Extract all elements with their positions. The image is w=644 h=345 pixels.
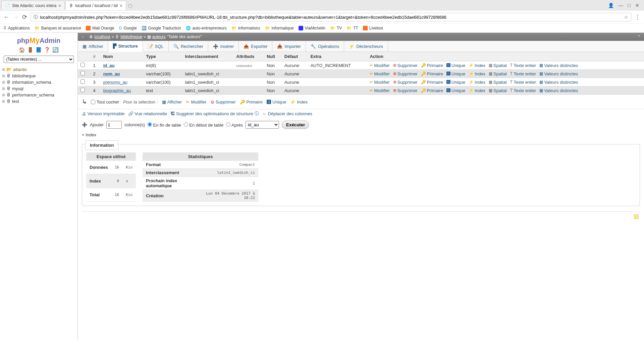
col-nom[interactable]: Nom bbox=[101, 52, 144, 61]
bulk-unique[interactable]: 🆄Unique bbox=[267, 99, 286, 105]
bulk-index[interactable]: ⚡Index bbox=[290, 99, 308, 105]
delete-link[interactable]: ⊖Supprimer bbox=[393, 88, 418, 93]
distinct-link[interactable]: ▦Valeurs distinctes bbox=[539, 80, 578, 85]
after-column-select[interactable]: id_au bbox=[246, 121, 279, 129]
reload-button[interactable]: ⟳ bbox=[22, 13, 27, 21]
browser-tab[interactable]: 🛢 localhost / localhost / bil × bbox=[65, 1, 126, 10]
back-button[interactable]: ← bbox=[3, 14, 9, 21]
bookmark-item[interactable]: 📁TT bbox=[346, 26, 358, 30]
star-icon[interactable]: ☆ bbox=[624, 15, 628, 20]
spatial-link[interactable]: ▦Spatial bbox=[489, 80, 507, 85]
bulk-delete[interactable]: ⊖Supprimer bbox=[211, 99, 236, 105]
reload-icon[interactable]: 🔄 bbox=[52, 47, 59, 53]
tab-rechercher[interactable]: 🔍Rechercher bbox=[169, 41, 208, 52]
docs-icon[interactable]: ❓ bbox=[44, 47, 50, 53]
column-name-link[interactable]: prenoms_au bbox=[103, 80, 127, 85]
logo[interactable]: phpMyAdmin bbox=[2, 36, 75, 45]
minimize-icon[interactable]: — bbox=[619, 3, 623, 8]
distinct-link[interactable]: ▦Valeurs distinctes bbox=[539, 71, 578, 76]
suggest-link[interactable]: 🏗Suggérer des optimisations de structure… bbox=[170, 111, 259, 117]
db-item[interactable]: ⊞📂atlantic bbox=[2, 66, 75, 73]
bulk-primary[interactable]: 🔑Primaire bbox=[240, 99, 263, 105]
breadcrumb-table[interactable]: auteurs bbox=[152, 34, 166, 39]
collapse-top-icon[interactable]: ⌃ bbox=[637, 34, 641, 39]
home-icon[interactable]: 🏠 bbox=[19, 47, 25, 53]
bookmark-item[interactable]: 📁informatique bbox=[265, 26, 294, 30]
primary-link[interactable]: 🔑Primaire bbox=[421, 63, 443, 68]
tab-exporter[interactable]: 📤Exporter bbox=[239, 41, 272, 52]
fulltext-link[interactable]: TTexte entier bbox=[510, 71, 536, 76]
col-null[interactable]: Null bbox=[264, 52, 282, 61]
execute-button[interactable]: Exécuter bbox=[282, 121, 309, 129]
fulltext-link[interactable]: TTexte entier bbox=[510, 88, 536, 93]
column-name-link[interactable]: id_au bbox=[103, 63, 115, 68]
recent-tables-select[interactable]: (Tables récentes) ... bbox=[4, 56, 73, 63]
col-num[interactable]: # bbox=[91, 52, 101, 61]
row-checkbox[interactable] bbox=[80, 63, 85, 67]
spatial-link[interactable]: ▦Spatial bbox=[489, 88, 507, 93]
menu-icon[interactable]: ⋮ bbox=[635, 13, 641, 21]
close-icon[interactable]: × bbox=[120, 3, 122, 8]
info-icon[interactable]: ⓘ bbox=[34, 14, 38, 20]
edit-link[interactable]: ✏Modifier bbox=[370, 88, 389, 93]
relation-link[interactable]: 🔗Vue relationnelle bbox=[128, 111, 167, 116]
fulltext-link[interactable]: TTexte entier bbox=[510, 63, 536, 68]
primary-link[interactable]: 🔑Primaire bbox=[421, 71, 443, 76]
unique-link[interactable]: 🆄Unique bbox=[446, 80, 465, 85]
forward-button[interactable]: → bbox=[13, 14, 19, 21]
col-default[interactable]: Défaut bbox=[282, 52, 308, 61]
bookmark-item[interactable]: ViaMichelin bbox=[299, 26, 325, 30]
column-name-link[interactable]: biographie_au bbox=[103, 88, 131, 93]
edit-link[interactable]: ✏Modifier bbox=[370, 71, 389, 76]
radio-after[interactable]: Après bbox=[226, 122, 243, 128]
column-name-link[interactable]: nom_au bbox=[103, 71, 120, 76]
bulk-browse[interactable]: ▦Afficher bbox=[162, 99, 182, 105]
edit-link[interactable]: ✏Modifier bbox=[370, 80, 389, 85]
information-tab[interactable]: Information bbox=[86, 140, 118, 150]
close-icon[interactable]: × bbox=[58, 3, 61, 8]
maximize-icon[interactable]: □ bbox=[628, 3, 631, 8]
spatial-link[interactable]: ▦Spatial bbox=[489, 71, 507, 76]
expand-icon[interactable]: ⊞ bbox=[2, 80, 5, 84]
query-icon[interactable]: 📘 bbox=[36, 47, 42, 53]
bookmark-item[interactable]: 📁TV bbox=[330, 26, 342, 30]
col-attributes[interactable]: Attributs bbox=[233, 52, 264, 61]
breadcrumb-database[interactable]: bibliotheque bbox=[120, 34, 142, 39]
expand-icon[interactable]: ⊞ bbox=[2, 74, 5, 78]
bookmark-item[interactable]: 🔤Google Traduction bbox=[142, 26, 181, 30]
db-item[interactable]: ⊞🛢test bbox=[2, 98, 75, 105]
index-link[interactable]: ⚡Index bbox=[469, 80, 485, 85]
print-link[interactable]: 🖨Version imprimable bbox=[82, 111, 125, 116]
unique-link[interactable]: 🆄Unique bbox=[446, 88, 465, 93]
col-collation[interactable]: Interclassement bbox=[182, 52, 234, 61]
spatial-link[interactable]: ▦Spatial bbox=[489, 63, 507, 68]
bookmark-item[interactable]: 📁Banques et assurance bbox=[35, 26, 81, 30]
logout-icon[interactable]: 🚪 bbox=[27, 47, 34, 53]
row-checkbox[interactable] bbox=[80, 71, 85, 75]
unique-link[interactable]: 🆄Unique bbox=[446, 71, 465, 76]
distinct-link[interactable]: ▦Valeurs distinctes bbox=[539, 88, 578, 93]
bookmark-item[interactable]: Livebox bbox=[363, 26, 383, 30]
breadcrumb-server[interactable]: localhost bbox=[94, 34, 110, 39]
apps-button[interactable]: ⠿Applications bbox=[3, 26, 30, 30]
collapse-left-icon[interactable]: ← bbox=[81, 34, 85, 39]
radio-end[interactable]: En fin de table bbox=[148, 122, 181, 128]
tab-sql[interactable]: 📝SQL bbox=[143, 41, 169, 52]
bookmark-item[interactable]: GGoogle bbox=[119, 26, 137, 30]
help-icon[interactable]: ⓘ bbox=[255, 111, 259, 117]
add-count-input[interactable] bbox=[106, 121, 122, 129]
console-toggle[interactable] bbox=[634, 214, 639, 219]
bulk-edit[interactable]: ✏Modifier bbox=[186, 99, 206, 105]
fulltext-link[interactable]: TTexte entier bbox=[510, 80, 536, 85]
radio-start[interactable]: En début de table bbox=[184, 122, 224, 128]
delete-link[interactable]: ⊖Supprimer bbox=[393, 63, 418, 68]
bookmark-item[interactable]: 🌐auto-entrepreneurs bbox=[186, 26, 227, 30]
tab-importer[interactable]: 📥Importer bbox=[272, 41, 306, 52]
delete-link[interactable]: ⊖Supprimer bbox=[393, 80, 418, 85]
browser-tab[interactable]: 📄 Site Atlantic: cours intera × bbox=[1, 1, 65, 10]
expand-icon[interactable]: ⊞ bbox=[2, 93, 5, 97]
expand-icon[interactable]: ⊞ bbox=[2, 99, 5, 104]
index-link[interactable]: ⚡Index bbox=[469, 88, 485, 93]
db-item[interactable]: ⊞🛢information_schema bbox=[2, 79, 75, 85]
distinct-link[interactable]: ▦Valeurs distinctes bbox=[539, 63, 578, 68]
